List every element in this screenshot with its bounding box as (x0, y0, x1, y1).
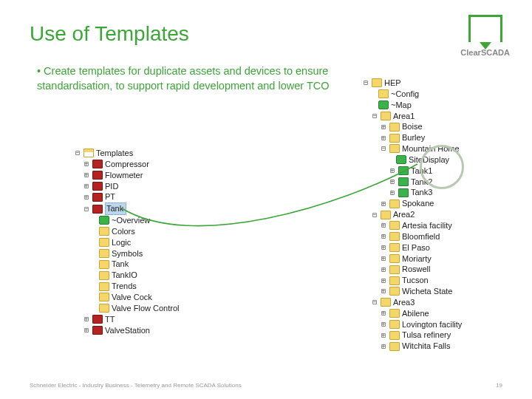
folder-icon (372, 78, 382, 87)
tree-label: Trends (112, 281, 137, 292)
folder-icon (389, 342, 400, 351)
folder-icon (99, 227, 109, 236)
folder-icon (389, 232, 400, 241)
mimic-icon (99, 216, 109, 225)
tree-label: Boise (402, 121, 423, 132)
mimic-icon (396, 155, 406, 164)
tree-label: Wicheta State (402, 286, 452, 297)
folder-icon (389, 287, 400, 296)
template-icon (92, 182, 103, 191)
template-icon (92, 160, 103, 168)
folder-icon (99, 249, 109, 258)
tree-label: Abilene (402, 308, 429, 319)
tree-label: Roswell (402, 264, 431, 275)
map-icon (378, 100, 389, 109)
folder-icon (389, 123, 400, 132)
folder-icon (389, 265, 400, 274)
instance-icon (398, 188, 409, 197)
tree-label: Symbols (112, 248, 143, 259)
folder-icon (99, 238, 109, 247)
folder-icon (83, 149, 94, 157)
tree-label: TT (105, 314, 115, 325)
folder-icon (389, 320, 400, 329)
template-icon (92, 193, 103, 202)
tree-label: Bloomfield (402, 231, 440, 242)
tree-label: Tulsa refinery (402, 330, 451, 341)
tree-label: Colors (112, 226, 135, 237)
tree-label-selected: Tank (105, 202, 126, 215)
folder-icon (99, 282, 109, 291)
project-tree[interactable]: ⊟HEP ~Config ~Map ⊟Area1 ⊞Boise ⊞Burley … (362, 78, 495, 352)
folder-icon (389, 134, 400, 143)
template-icon (92, 315, 103, 324)
tree-label: Area2 (393, 209, 415, 220)
folder-icon (389, 200, 400, 208)
templates-tree[interactable]: ⊟Templates ⊞Compressor ⊞Flowmeter ⊞PID ⊞… (74, 148, 244, 335)
tree-label: Templates (96, 148, 133, 159)
tree-label: ValveStation (105, 325, 150, 336)
tree-label: PID (105, 181, 118, 192)
logo-icon (468, 15, 502, 42)
tree-label: PT (105, 191, 115, 202)
tree-label: El Paso (402, 242, 430, 253)
folder-icon (389, 254, 400, 263)
tree-label: Compressor (105, 159, 149, 170)
folder-icon (378, 89, 389, 98)
folder-icon (389, 331, 400, 340)
page-title: Use of Templates (30, 22, 502, 46)
instance-icon (398, 177, 409, 186)
folder-icon (389, 144, 400, 153)
tree-label: Artesia facility (402, 220, 452, 231)
tree-label: Logic (112, 237, 131, 248)
tree-label: Flowmeter (105, 170, 143, 181)
tree-label: Burley (402, 132, 425, 143)
folder-icon (389, 276, 400, 285)
instance-icon (398, 166, 409, 175)
template-icon (92, 205, 103, 214)
tree-label: TankIO (112, 270, 137, 281)
tree-label: ~Map (391, 100, 412, 111)
folder-icon (381, 211, 391, 219)
folder-icon (99, 260, 109, 269)
folder-icon (99, 304, 109, 313)
logo: ClearSCADA (460, 15, 510, 57)
tree-label: Valve Flow Control (112, 303, 180, 314)
tree-label: ~Overview (112, 215, 150, 226)
tree-label: Tank3 (411, 187, 432, 198)
tree-label: Valve Cock (112, 292, 152, 303)
folder-icon (389, 309, 400, 318)
tree-label: Spokane (402, 198, 434, 209)
tree-label: Area1 (393, 111, 415, 122)
footer-page-number: 19 (496, 382, 502, 389)
folder-icon (389, 221, 400, 230)
template-icon (92, 326, 103, 335)
template-icon (92, 171, 103, 180)
tree-label: HEP (384, 78, 401, 89)
tree-label: Tank (112, 259, 129, 270)
tree-label: Tucson (402, 275, 429, 286)
tree-label: Lovington facility (402, 319, 462, 330)
folder-icon (381, 112, 391, 120)
folder-icon (381, 298, 391, 307)
footer-left: Schneider Electric - Industry Business -… (30, 382, 242, 389)
highlight-circle (420, 145, 464, 189)
tree-label: Area3 (393, 297, 415, 308)
bullet-text: Create templates for duplicate assets an… (37, 64, 332, 93)
folder-icon (389, 243, 400, 252)
tree-label: ~Config (391, 89, 419, 100)
tree-label: Moriarty (402, 253, 432, 265)
folder-icon (99, 293, 109, 301)
folder-icon (99, 271, 109, 280)
tree-label: Witchita Falls (402, 341, 450, 352)
